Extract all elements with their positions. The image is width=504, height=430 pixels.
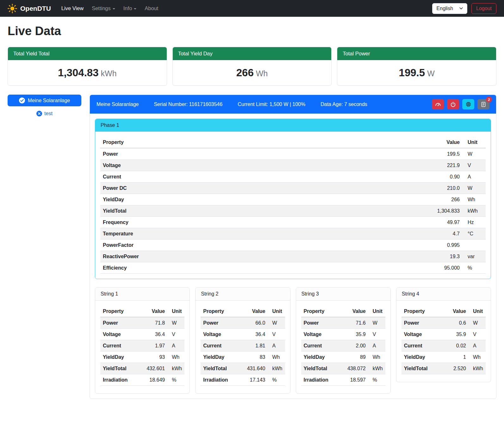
property-cell: Current: [201, 340, 238, 352]
property-cell: Current: [100, 340, 138, 352]
gauge-icon: [435, 101, 441, 107]
chevron-down-icon: [134, 8, 136, 9]
column-header-value: Value: [238, 306, 268, 317]
value-cell: 95.000: [317, 262, 462, 274]
unit-cell: V: [368, 329, 385, 340]
value-cell: 1.97: [138, 340, 167, 352]
property-cell: Temperature: [100, 228, 317, 240]
nav-about[interactable]: About: [140, 3, 162, 14]
column-header-property: Property: [100, 137, 317, 148]
top-navbar: OpenDTU Live View Settings Info About En…: [0, 0, 504, 17]
table-row: Current 0.90 A: [100, 171, 486, 183]
brand[interactable]: OpenDTU: [8, 4, 51, 13]
unit-cell: Wh: [462, 194, 486, 205]
unit-cell: V: [462, 160, 486, 171]
unit-cell: V: [268, 329, 285, 340]
sun-icon: [8, 4, 17, 13]
summary-card-title: Total Yield Day: [173, 47, 332, 60]
table-row: Power 71.6 W: [301, 317, 385, 329]
property-cell: YieldTotal: [401, 363, 443, 374]
unit-cell: %: [167, 374, 184, 386]
page-content: Live Data Total Yield Total 1,304.83kWh …: [0, 17, 504, 408]
string-table: Property Value Unit Power: [401, 306, 486, 374]
table-header-row: Property Value Unit: [401, 306, 486, 317]
summary-card-unit: Wh: [256, 69, 268, 78]
unit-cell: V: [167, 329, 184, 340]
string-cards: String 1 Property Value Unit: [95, 287, 491, 394]
unit-cell: V: [469, 329, 486, 340]
property-cell: Voltage: [201, 329, 238, 340]
page-title: Live Data: [8, 24, 496, 38]
table-row: YieldTotal 432.601 kWh: [100, 363, 184, 374]
table-header-row: Property Value Unit: [100, 137, 486, 148]
chevron-down-icon: [459, 7, 463, 9]
value-cell: 18.597: [339, 374, 368, 386]
property-cell: Irradiation: [201, 374, 238, 386]
property-cell: PowerFactor: [100, 240, 317, 251]
column-header-value: Value: [138, 306, 167, 317]
nav-settings[interactable]: Settings: [88, 3, 119, 14]
property-cell: YieldDay: [301, 352, 339, 363]
table-row: Power 0.6 W: [401, 317, 486, 329]
nav-info[interactable]: Info: [119, 3, 141, 14]
inverter-name: Meine Solaranlage: [96, 102, 139, 107]
event-log-button[interactable]: 2: [477, 99, 489, 109]
value-cell: 35.9: [339, 329, 368, 340]
unit-cell: Wh: [167, 352, 184, 363]
inverter-select-button[interactable]: Meine Solaranlage: [8, 95, 81, 106]
value-cell: 4.7: [317, 228, 462, 240]
inverter-actions: 2: [432, 99, 489, 109]
table-row: YieldTotal 2.520 kWh: [401, 363, 486, 374]
property-cell: Current: [401, 340, 443, 352]
string-card-title: String 4: [396, 288, 491, 301]
table-row: Irradiation 18.597 %: [301, 374, 385, 386]
device-info-button[interactable]: [462, 99, 474, 109]
value-cell: 89: [339, 352, 368, 363]
value-cell: 1,304.833: [317, 205, 462, 217]
property-cell: Current: [301, 340, 339, 352]
value-cell: 2.00: [339, 340, 368, 352]
value-cell: 18.649: [138, 374, 167, 386]
table-row: Voltage 221.9 V: [100, 160, 486, 171]
table-row: Irradiation 18.649 %: [100, 374, 184, 386]
unit-cell: kWh: [268, 363, 285, 374]
table-row: Frequency 49.97 Hz: [100, 217, 486, 228]
language-select[interactable]: English: [432, 3, 467, 14]
property-cell: YieldDay: [100, 352, 138, 363]
string-card-title: String 1: [95, 288, 190, 301]
limit-settings-button[interactable]: [432, 99, 444, 109]
summary-card-value: 199.5: [399, 67, 425, 78]
value-cell: 1: [442, 352, 469, 363]
inverter-item-test-label: test: [44, 111, 53, 116]
unit-cell: %: [368, 374, 385, 386]
column-header-unit: Unit: [462, 137, 486, 148]
string-card-title: String 3: [296, 288, 390, 301]
logout-button[interactable]: Logout: [471, 3, 496, 14]
table-row: Power DC 210.0 W: [100, 183, 486, 194]
property-cell: YieldTotal: [301, 363, 339, 374]
inverter-item-test[interactable]: test: [8, 111, 81, 116]
column-header-value: Value: [339, 306, 368, 317]
value-cell: 266: [317, 194, 462, 205]
value-cell: 83: [238, 352, 268, 363]
table-row: Power 71.8 W: [100, 317, 184, 329]
string-table: Property Value Unit Power: [100, 306, 184, 386]
column-header-property: Property: [100, 306, 138, 317]
value-cell: 0.995: [317, 240, 462, 251]
table-header-row: Property Value Unit: [100, 306, 184, 317]
property-cell: Irradiation: [100, 374, 138, 386]
string-card-1: String 1 Property Value Unit: [95, 287, 190, 394]
language-select-value: English: [437, 6, 453, 11]
table-header-row: Property Value Unit: [301, 306, 385, 317]
table-row: YieldDay 89 Wh: [301, 352, 385, 363]
inverter-limit: Current Limit: 1,500 W | 100%: [238, 102, 305, 107]
value-cell: 71.6: [339, 317, 368, 329]
table-row: Power 66.0 W: [201, 317, 285, 329]
summary-card-unit: W: [427, 69, 435, 78]
power-button[interactable]: [447, 99, 459, 109]
property-cell: YieldTotal: [100, 205, 317, 217]
unit-cell: W: [167, 317, 184, 329]
summary-card-title: Total Power: [337, 47, 496, 60]
nav-live-view[interactable]: Live View: [57, 3, 88, 14]
property-cell: Efficiency: [100, 262, 317, 274]
